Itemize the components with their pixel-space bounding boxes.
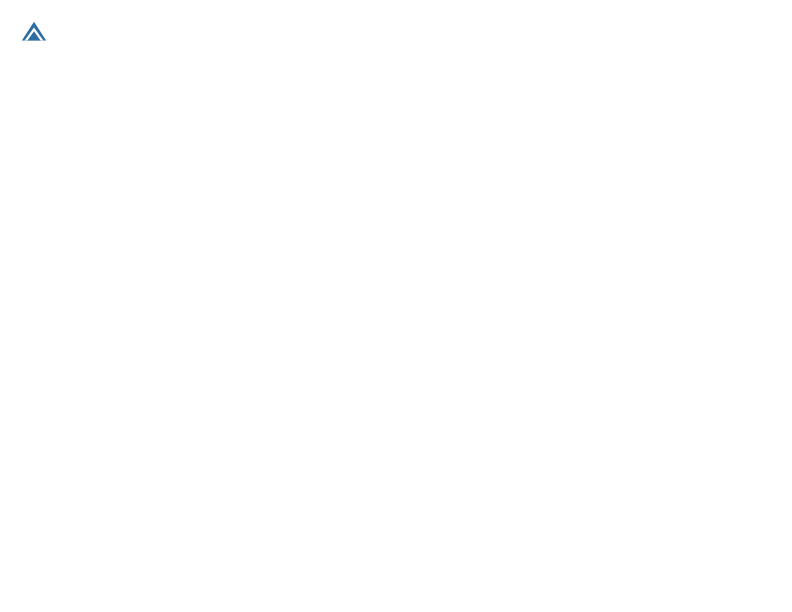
page-header [20,20,772,48]
logo-icon [20,20,48,48]
logo [20,20,52,48]
